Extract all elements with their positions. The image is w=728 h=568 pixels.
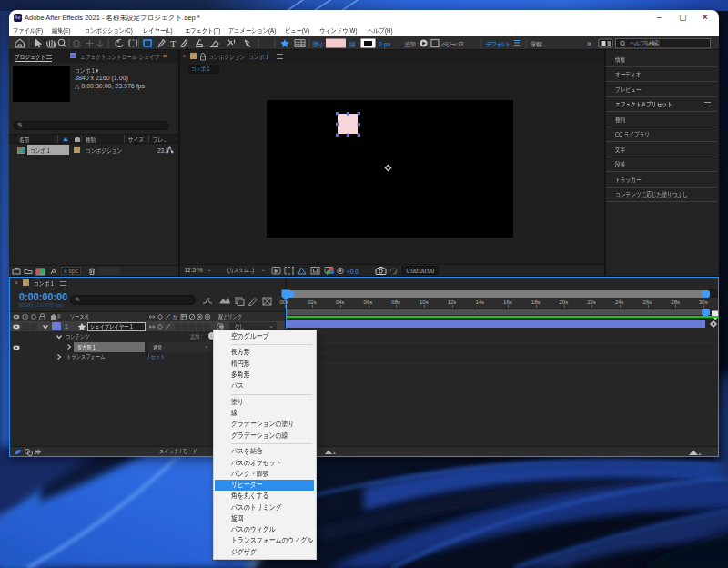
svg-text:ヘルプを検索: ヘルプを検索 (630, 40, 660, 46)
svg-text:デフォルト: デフォルト (486, 41, 511, 47)
svg-text:線 :: 線 : (349, 41, 359, 47)
svg-text:+0.0: +0.0 (347, 269, 359, 275)
svg-text:»: » (587, 39, 592, 48)
svg-text:追加 :: 追加 : (404, 41, 419, 47)
svg-text:塗り :: 塗り : (312, 41, 325, 48)
svg-text:T: T (170, 38, 177, 49)
svg-text:2 px: 2 px (379, 41, 391, 48)
svg-text:ベジェパス: ベジェパス (441, 41, 465, 47)
svg-text:fx: fx (173, 314, 178, 320)
svg-text:学習: 学習 (531, 41, 542, 48)
